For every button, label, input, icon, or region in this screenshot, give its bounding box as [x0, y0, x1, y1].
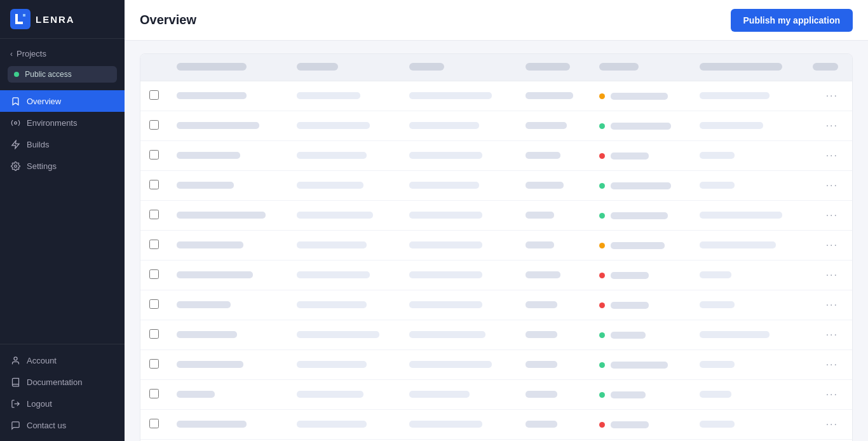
row-col4	[517, 231, 590, 261]
th-col5	[590, 54, 691, 81]
th-col2	[288, 54, 400, 81]
row-checkbox[interactable]	[149, 150, 159, 159]
row-actions-cell: ···	[804, 231, 852, 261]
status-dot	[599, 362, 605, 368]
row-checkbox-cell	[140, 320, 168, 350]
row-col1	[168, 201, 288, 231]
cell-skeleton	[177, 391, 215, 398]
cell-skeleton	[611, 153, 649, 159]
cell-skeleton	[526, 361, 557, 368]
row-more-button[interactable]: ···	[821, 177, 843, 194]
row-more-button[interactable]: ···	[821, 118, 843, 134]
row-col4	[517, 380, 590, 410]
row-more-button[interactable]: ···	[821, 207, 843, 224]
nav-item-settings[interactable]: Settings	[0, 155, 125, 177]
row-checkbox[interactable]	[149, 359, 159, 369]
cell-skeleton	[177, 331, 237, 338]
status-cell-inner	[599, 123, 682, 130]
row-col1	[168, 380, 288, 410]
app-pill: Public access	[8, 66, 117, 83]
cell-skeleton	[611, 391, 646, 398]
row-col2	[288, 350, 400, 380]
cell-skeleton	[611, 182, 671, 189]
row-more-button[interactable]: ···	[821, 297, 843, 313]
cell-skeleton	[409, 361, 492, 368]
th-skeleton-3	[409, 63, 444, 71]
publish-button[interactable]: Publish my application	[731, 9, 853, 32]
table-row: ···	[140, 261, 852, 290]
status-cell-inner	[599, 212, 682, 219]
row-more-button[interactable]: ···	[821, 327, 843, 343]
row-more-button[interactable]: ···	[821, 386, 843, 403]
row-status-cell	[590, 261, 691, 290]
status-cell-inner	[599, 332, 682, 339]
cell-skeleton	[700, 331, 770, 338]
row-col6	[691, 380, 803, 410]
cell-skeleton	[526, 241, 554, 248]
cell-skeleton	[297, 182, 363, 189]
cell-skeleton	[700, 391, 731, 398]
row-col2	[288, 410, 400, 440]
row-checkbox[interactable]	[149, 389, 159, 398]
nav-settings-label: Settings	[27, 161, 57, 171]
row-checkbox[interactable]	[149, 299, 159, 309]
cell-skeleton	[409, 301, 482, 308]
table-row: ···	[140, 410, 852, 440]
cell-skeleton	[297, 361, 367, 368]
row-status-cell	[590, 350, 691, 380]
cell-skeleton	[611, 302, 649, 309]
row-more-button[interactable]: ···	[821, 267, 843, 283]
bottom-nav-contact[interactable]: Contact us	[0, 414, 125, 436]
row-col2	[288, 231, 400, 261]
row-checkbox[interactable]	[149, 240, 159, 249]
cell-skeleton	[700, 212, 782, 219]
row-checkbox[interactable]	[149, 90, 159, 100]
row-checkbox[interactable]	[149, 419, 159, 428]
row-col4	[517, 111, 590, 141]
row-actions-cell: ···	[804, 261, 852, 290]
chat-icon	[10, 420, 20, 430]
th-skeleton-6	[700, 63, 782, 71]
svg-marker-2	[11, 140, 18, 149]
nav-item-overview[interactable]: Overview	[0, 90, 125, 112]
row-checkbox[interactable]	[149, 180, 159, 189]
row-status-cell	[590, 111, 691, 141]
row-col2	[288, 320, 400, 350]
nav-item-builds[interactable]: Builds	[0, 133, 125, 155]
nav-item-environments[interactable]: Environments	[0, 112, 125, 133]
status-cell-inner	[599, 182, 682, 189]
row-checkbox[interactable]	[149, 210, 159, 219]
row-checkbox[interactable]	[149, 269, 159, 279]
bottom-nav-logout[interactable]: Logout	[0, 393, 125, 414]
projects-label: Projects	[17, 49, 46, 58]
cell-skeleton	[526, 391, 557, 398]
projects-back-button[interactable]: ‹ Projects	[0, 44, 125, 64]
row-more-button[interactable]: ···	[821, 147, 843, 164]
cell-skeleton	[177, 92, 247, 99]
logout-icon	[10, 398, 20, 409]
bottom-nav-account[interactable]: Account	[0, 349, 125, 371]
status-dot	[599, 123, 605, 129]
row-checkbox-cell	[140, 410, 168, 440]
svg-point-3	[14, 165, 17, 167]
row-checkbox[interactable]	[149, 329, 159, 339]
row-more-button[interactable]: ···	[821, 416, 843, 433]
cell-skeleton	[700, 301, 735, 308]
row-more-button[interactable]: ···	[821, 88, 843, 104]
main-content: Overview Publish my application	[125, 0, 868, 441]
row-col1	[168, 231, 288, 261]
row-checkbox[interactable]	[149, 120, 159, 130]
cell-skeleton	[611, 421, 649, 428]
bottom-nav-documentation[interactable]: Documentation	[0, 371, 125, 393]
cell-skeleton	[526, 92, 573, 99]
row-more-button[interactable]: ···	[821, 356, 843, 373]
row-col6	[691, 171, 803, 201]
row-actions-cell: ···	[804, 410, 852, 440]
row-more-button[interactable]: ···	[821, 237, 843, 254]
row-col3	[400, 261, 517, 290]
row-status-cell	[590, 410, 691, 440]
cell-skeleton	[611, 362, 668, 369]
cell-skeleton	[409, 212, 482, 219]
cell-skeleton	[177, 152, 240, 159]
status-cell-inner	[599, 362, 682, 369]
